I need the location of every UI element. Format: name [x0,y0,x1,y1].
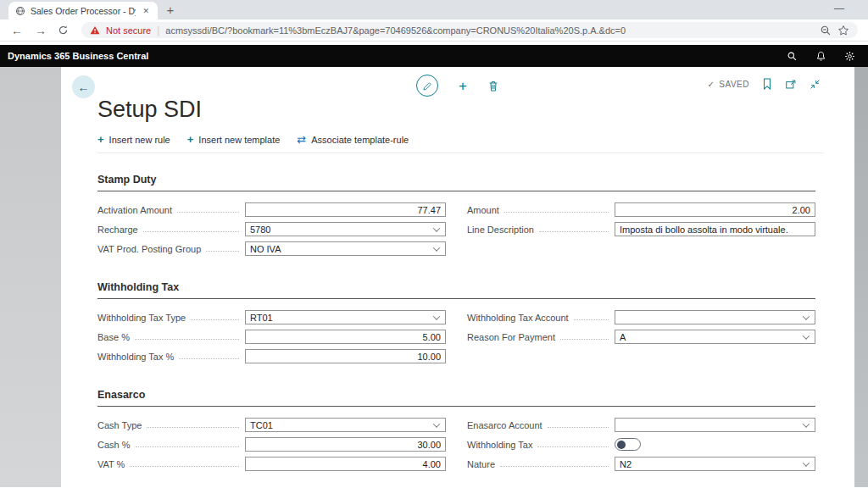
dotted-leader [147,427,239,428]
section-enasarco: EnasarcoCash TypeTC01Cash %30.00VAT %4.0… [97,369,815,476]
field-row-cash-type: Cash TypeTC01 [97,418,446,432]
amount-input[interactable]: 2.00 [615,202,815,217]
field-row-base: Base %5.00 [97,330,446,344]
notifications-bell-icon[interactable] [815,51,826,62]
action-label: Insert new template [198,135,280,145]
field-row-reason-for-payment: Reason For PaymentA [467,330,815,344]
field-value: RT01 [250,313,273,323]
field-label: Withholding Tax Account [467,313,569,323]
field-row-withholding-tax: Withholding Tax %10.00 [97,349,446,363]
fields-column-right: Amount2.00Line DescriptionImposta di bol… [467,202,815,261]
tab-close-icon[interactable]: ✕ [141,7,151,15]
chevron-down-icon[interactable] [803,459,810,466]
settings-gear-icon[interactable] [844,51,855,62]
saved-status: ✓ SAVED [707,80,749,89]
swap-icon: ⇄ [297,134,306,145]
field-row-vat: VAT %4.00 [97,457,446,471]
action-associate-template-rule[interactable]: ⇄Associate template-rule [297,134,409,145]
section-title: Stamp Duty [97,174,815,191]
dotted-leader [206,251,239,252]
zoom-out-icon[interactable] [820,25,832,36]
action-insert-new-template[interactable]: +Insert new template [187,134,281,145]
section-stamp-duty: Stamp DutyActivation Amount77.47Recharge… [97,153,815,261]
check-icon: ✓ [707,80,715,89]
browser-addressbar: ← → Not secure | acmsyssdi/BC/?bookmark=… [0,19,868,42]
browser-reload-icon[interactable] [58,25,71,36]
edit-pencil-button[interactable] [416,75,438,97]
cash-input[interactable]: 30.00 [245,437,446,452]
field-label: Withholding Tax [467,440,532,450]
open-in-window-icon[interactable] [785,79,797,90]
field-value: 5.00 [423,332,441,342]
new-record-plus-icon[interactable]: + [459,79,467,93]
chevron-down-icon[interactable] [433,420,440,427]
browser-back-icon[interactable]: ← [10,24,24,37]
dotted-leader [574,319,609,320]
withholding-tax-account-select[interactable] [615,310,815,324]
chevron-down-icon[interactable] [803,420,810,427]
page-background: ← + ✓ SAVED Setup SDI [0,67,868,487]
url-text: acmsyssdi/BC/?bookmark=11%3bmEczBAJ7&pag… [165,25,626,36]
field-label: Cash % [97,440,131,450]
cash-type-select[interactable]: TC01 [245,418,446,432]
bookmark-star-icon[interactable] [837,25,849,36]
browser-window: Sales Order Processor - Dynamic ✕ + — ← … [0,0,868,45]
action-insert-new-rule[interactable]: +Insert new rule [97,134,170,145]
field-label: Withholding Tax % [97,352,174,362]
nature-select[interactable]: N2 [615,457,815,471]
collapse-arrows-icon[interactable] [810,79,821,90]
withholding-tax-type-select[interactable]: RT01 [245,310,446,324]
field-value: 2.00 [793,205,810,215]
browser-tab[interactable]: Sales Order Processor - Dynamic ✕ [8,2,158,19]
field-row-withholding-tax: Withholding Tax [467,437,815,452]
field-label: Activation Amount [97,205,172,215]
fields-column-right: Withholding Tax AccountReason For Paymen… [467,310,815,369]
withholding-tax-toggle[interactable] [615,438,641,451]
new-tab-button[interactable]: + [159,3,181,17]
field-label: Recharge [97,225,138,235]
omnibox-divider: | [157,25,159,36]
field-value: Imposta di bollo assolta in modo virtual… [620,225,788,235]
browser-tabstrip: Sales Order Processor - Dynamic ✕ + — [0,0,868,19]
dotted-leader [136,446,239,447]
delete-trash-icon[interactable] [487,80,499,92]
minimize-window-button[interactable]: — [834,3,844,14]
action-bar: +Insert new rule+Insert new template⇄Ass… [97,134,824,153]
field-row-enasarco-account: Enasarco Account [467,418,815,432]
action-label: Insert new rule [109,135,170,145]
form-sections: Stamp DutyActivation Amount77.47Recharge… [61,153,854,476]
reason-for-payment-select[interactable]: A [615,330,815,344]
vertical-scrollbar[interactable] [854,67,868,487]
section-title: Withholding Tax [97,281,815,299]
field-row-cash: Cash %30.00 [97,437,446,452]
field-value: 77.47 [417,205,441,215]
activation-amount-input[interactable]: 77.47 [245,202,446,217]
search-icon[interactable] [787,51,798,62]
dotted-leader [135,339,239,340]
browser-forward-icon[interactable]: → [34,24,47,37]
bc-brand: Dynamics 365 Business Central [8,51,148,61]
line-description-input[interactable]: Imposta di bollo assolta in modo virtual… [615,222,815,236]
chevron-down-icon[interactable] [803,332,810,339]
bookmark-page-icon[interactable] [762,78,772,90]
field-value: 10.00 [417,352,441,362]
dotted-leader [560,339,609,340]
url-bar[interactable]: Not secure | acmsyssdi/BC/?bookmark=11%3… [81,22,858,38]
recharge-select[interactable]: 5780 [245,222,446,236]
vat-input[interactable]: 4.00 [245,457,446,471]
vat-prod-posting-group-select[interactable]: NO IVA [245,241,446,256]
base-input[interactable]: 5.00 [245,330,446,344]
enasarco-account-select[interactable] [615,418,815,432]
tab-title: Sales Order Processor - Dynamic [31,6,136,16]
chevron-down-icon[interactable] [803,313,810,319]
chevron-down-icon[interactable] [433,244,440,251]
field-label: Nature [467,459,495,469]
section-title: Enasarco [97,389,815,407]
fields-column-left: Withholding Tax TypeRT01Base %5.00Withho… [97,310,446,369]
field-label: VAT % [97,459,125,469]
dotted-leader [504,212,609,213]
field-value: N2 [620,459,632,469]
chevron-down-icon[interactable] [433,313,440,319]
withholding-tax-input[interactable]: 10.00 [245,349,446,363]
chevron-down-icon[interactable] [433,225,440,231]
